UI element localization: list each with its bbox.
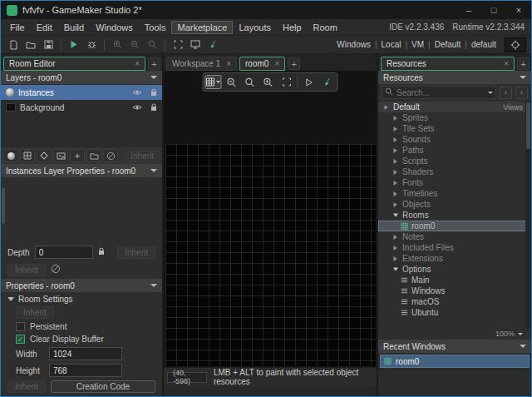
layer-inherit-button[interactable]: Inherit [125, 151, 160, 161]
expand-icon[interactable] [392, 136, 399, 143]
clean-broom-icon[interactable] [205, 37, 220, 52]
menu-edit[interactable]: Edit [31, 21, 58, 34]
grid-settings-button[interactable] [205, 75, 222, 89]
nav-forward-button[interactable]: › [515, 87, 528, 99]
visibility-eye-icon[interactable] [131, 87, 143, 98]
target-default[interactable]: default [471, 40, 496, 49]
room-grid[interactable] [165, 144, 376, 366]
menu-file[interactable]: File [4, 21, 31, 34]
expand-icon[interactable] [392, 234, 399, 241]
expand-icon[interactable] [392, 245, 399, 251]
fit-frame-icon[interactable] [170, 37, 185, 52]
new-tab-button[interactable]: + [148, 57, 160, 70]
close-button[interactable]: × [506, 1, 531, 19]
expand-icon[interactable] [392, 147, 399, 154]
tree-item-room0[interactable]: room0 [378, 221, 531, 231]
search-input[interactable] [397, 88, 485, 97]
scrollbar-thumb[interactable] [526, 102, 530, 149]
expand-icon[interactable] [392, 158, 399, 165]
caret-down-icon[interactable] [488, 92, 493, 94]
tree-item-macos[interactable]: macOS [378, 296, 531, 307]
depth-inherit-button[interactable]: Inherit [117, 246, 155, 259]
target-vm[interactable]: VM [411, 40, 424, 49]
delete-layer-button[interactable] [103, 149, 118, 162]
target-default[interactable]: Default [435, 40, 461, 49]
tree-item-extensions[interactable]: Extensions [378, 253, 531, 264]
tree-item-scripts[interactable]: Scripts [378, 156, 531, 166]
tab-room-editor[interactable]: Room Editor × [3, 57, 145, 71]
expand-icon[interactable] [382, 104, 390, 111]
expand-icon[interactable] [392, 180, 399, 186]
maximize-button[interactable]: □ [481, 1, 506, 19]
new-background-layer-button[interactable] [53, 149, 68, 162]
new-tile-layer-button[interactable] [20, 149, 35, 162]
target-local[interactable]: Local [382, 40, 401, 49]
save-project-icon[interactable] [41, 37, 56, 52]
new-tab-button[interactable]: + [288, 57, 300, 70]
persistent-checkbox[interactable] [16, 322, 25, 331]
clean-broom-button[interactable] [319, 75, 336, 89]
tree-item-rooms[interactable]: Rooms [378, 210, 531, 221]
room-inherit-button[interactable]: Inherit [7, 380, 46, 393]
expand-icon[interactable] [392, 191, 399, 197]
room-canvas[interactable] [164, 71, 377, 367]
tree-item-main[interactable]: Main [378, 275, 531, 285]
instances-layer-properties-header[interactable]: Instances Layer Properties - room0 [1, 164, 162, 177]
new-instance-layer-button[interactable] [3, 149, 18, 162]
lock-icon[interactable] [98, 247, 105, 257]
zoom-in-icon[interactable] [110, 37, 125, 52]
tree-item-paths[interactable]: Paths [378, 145, 531, 156]
height-input[interactable] [49, 364, 122, 377]
new-project-icon[interactable] [6, 37, 21, 52]
menu-room[interactable]: Room [308, 21, 343, 34]
lock-icon[interactable] [147, 87, 160, 98]
close-tab-icon[interactable]: × [226, 59, 231, 68]
inherit-button[interactable]: Inherit [7, 264, 46, 276]
tree-item-options[interactable]: Options [378, 264, 531, 275]
collapse-icon[interactable] [392, 266, 399, 272]
open-project-icon[interactable] [23, 37, 38, 52]
layers-header[interactable]: Layers - room0 [1, 71, 162, 84]
fit-window-button[interactable] [278, 75, 295, 89]
run-icon[interactable] [66, 37, 81, 52]
menu-help[interactable]: Help [277, 21, 308, 34]
resources-header[interactable]: Resources [378, 71, 531, 84]
collapse-icon[interactable] [392, 212, 399, 218]
menu-build[interactable]: Build [58, 21, 90, 34]
zoom-reset-button[interactable] [242, 75, 259, 89]
expand-icon[interactable] [392, 126, 399, 132]
recent-windows-header[interactable]: Recent Windows [378, 340, 531, 353]
settings-inherit-button[interactable]: Inherit [16, 306, 54, 319]
menu-marketplace[interactable]: Marketplace [171, 21, 233, 34]
expand-icon[interactable] [392, 201, 399, 208]
run-room-button[interactable] [301, 75, 318, 89]
tab-room0[interactable]: room0 × [239, 57, 285, 71]
clear-display-buffer-checkbox[interactable]: ✓ [16, 335, 25, 344]
circle-slash-icon[interactable] [51, 264, 61, 275]
tree-item-fonts[interactable]: Fonts [378, 177, 531, 188]
debug-icon[interactable] [84, 37, 99, 52]
tree-item-included-files[interactable]: Included Files [378, 242, 531, 253]
close-tab-icon[interactable]: × [504, 59, 509, 68]
lock-icon[interactable] [147, 102, 160, 113]
tree-item-timelines[interactable]: Timelines [378, 188, 531, 199]
zoom-out-button[interactable] [224, 75, 240, 89]
tab-resources[interactable]: Resources × [381, 57, 515, 71]
add-layer-button[interactable]: + [70, 149, 85, 162]
tab-workspace-1[interactable]: Workspace 1 × [166, 57, 237, 71]
tree-item-sounds[interactable]: Sounds [378, 134, 531, 145]
device-manager-icon[interactable] [188, 37, 203, 52]
zoom-reset-icon[interactable] [145, 37, 160, 52]
properties-header[interactable]: Properties - room0 [1, 279, 162, 292]
visibility-eye-icon[interactable] [131, 102, 143, 113]
nav-back-button[interactable]: ‹ [500, 87, 512, 99]
zoom-in-button[interactable] [260, 75, 277, 89]
room-settings-row[interactable]: Room Settings [1, 292, 162, 305]
width-input[interactable] [49, 347, 122, 360]
layer-row-background[interactable]: Background [1, 100, 162, 115]
creation-code-button[interactable]: Creation Code [51, 380, 155, 393]
menu-layouts[interactable]: Layouts [233, 21, 277, 34]
menu-windows[interactable]: Windows [90, 21, 139, 34]
expand-icon[interactable] [392, 115, 399, 122]
tree-scrollbar[interactable] [525, 101, 531, 328]
